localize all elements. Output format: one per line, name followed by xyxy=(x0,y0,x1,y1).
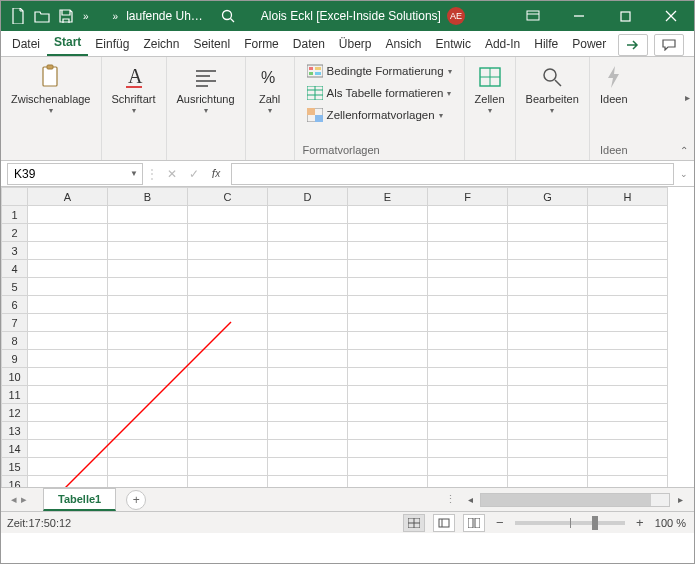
cell[interactable] xyxy=(348,440,428,458)
fx-icon[interactable]: fx xyxy=(205,163,227,185)
cell[interactable] xyxy=(588,278,668,296)
cell[interactable] xyxy=(428,440,508,458)
row-header[interactable]: 14 xyxy=(2,440,28,458)
cell[interactable] xyxy=(28,332,108,350)
cell[interactable] xyxy=(108,350,188,368)
cell[interactable] xyxy=(108,386,188,404)
cell[interactable] xyxy=(428,404,508,422)
cell[interactable] xyxy=(28,314,108,332)
cell[interactable] xyxy=(108,206,188,224)
view-page-break-icon[interactable] xyxy=(463,514,485,532)
row-header[interactable]: 9 xyxy=(2,350,28,368)
column-header[interactable]: E xyxy=(348,188,428,206)
tab-review[interactable]: Überp xyxy=(332,32,379,56)
cell[interactable] xyxy=(188,206,268,224)
column-header[interactable]: H xyxy=(588,188,668,206)
cell[interactable] xyxy=(348,386,428,404)
row-header[interactable]: 8 xyxy=(2,332,28,350)
cell[interactable] xyxy=(588,314,668,332)
cell[interactable] xyxy=(268,422,348,440)
cell[interactable] xyxy=(188,368,268,386)
cell[interactable] xyxy=(268,368,348,386)
cell[interactable] xyxy=(108,242,188,260)
cell[interactable] xyxy=(28,386,108,404)
cell[interactable] xyxy=(428,314,508,332)
cell[interactable] xyxy=(108,368,188,386)
cell[interactable] xyxy=(508,404,588,422)
cell[interactable] xyxy=(188,458,268,476)
cell[interactable] xyxy=(348,206,428,224)
name-box[interactable]: K39 ▼ xyxy=(7,163,143,185)
chevron-down-icon[interactable]: ▼ xyxy=(130,169,138,178)
row-header[interactable]: 13 xyxy=(2,422,28,440)
cell[interactable] xyxy=(508,242,588,260)
tab-split-handle[interactable]: ⋮ xyxy=(445,493,456,506)
cell[interactable] xyxy=(428,422,508,440)
cell[interactable] xyxy=(428,260,508,278)
spreadsheet-grid[interactable]: ABCDEFGH12345678910111213141516 xyxy=(1,187,694,487)
cell[interactable] xyxy=(268,386,348,404)
cell[interactable] xyxy=(588,242,668,260)
cell[interactable] xyxy=(348,224,428,242)
view-page-layout-icon[interactable] xyxy=(433,514,455,532)
cell[interactable] xyxy=(348,368,428,386)
row-header[interactable]: 11 xyxy=(2,386,28,404)
cell[interactable] xyxy=(268,206,348,224)
cell[interactable] xyxy=(508,206,588,224)
horizontal-scrollbar[interactable] xyxy=(480,493,670,507)
cell[interactable] xyxy=(588,368,668,386)
cell[interactable] xyxy=(588,422,668,440)
cell[interactable] xyxy=(188,260,268,278)
tab-insert[interactable]: Einfüg xyxy=(88,32,136,56)
cell[interactable] xyxy=(588,458,668,476)
share-button[interactable] xyxy=(618,34,648,56)
column-header[interactable]: D xyxy=(268,188,348,206)
cell[interactable] xyxy=(28,260,108,278)
add-sheet-button[interactable]: + xyxy=(126,490,146,510)
cell[interactable] xyxy=(348,260,428,278)
cell[interactable] xyxy=(268,404,348,422)
column-header[interactable]: G xyxy=(508,188,588,206)
cell[interactable] xyxy=(588,296,668,314)
cell[interactable] xyxy=(588,206,668,224)
cell[interactable] xyxy=(428,278,508,296)
zoom-level[interactable]: 100 % xyxy=(655,517,686,529)
row-header[interactable]: 7 xyxy=(2,314,28,332)
cell[interactable] xyxy=(588,332,668,350)
cell[interactable] xyxy=(188,242,268,260)
minimize-icon[interactable] xyxy=(556,1,602,31)
cell[interactable] xyxy=(268,458,348,476)
cell[interactable] xyxy=(28,224,108,242)
tab-formulas[interactable]: Forme xyxy=(237,32,286,56)
cell[interactable] xyxy=(28,458,108,476)
cell[interactable] xyxy=(508,440,588,458)
select-all-corner[interactable] xyxy=(2,188,28,206)
alignment-button[interactable]: Ausrichtung▾ xyxy=(175,61,237,118)
cell[interactable] xyxy=(508,314,588,332)
tab-draw[interactable]: Zeichn xyxy=(136,32,186,56)
open-file-icon[interactable] xyxy=(31,5,53,27)
row-header[interactable]: 2 xyxy=(2,224,28,242)
cell[interactable] xyxy=(348,242,428,260)
cell[interactable] xyxy=(428,206,508,224)
row-header[interactable]: 12 xyxy=(2,404,28,422)
column-header[interactable]: A xyxy=(28,188,108,206)
tab-addins[interactable]: Add-In xyxy=(478,32,527,56)
cell[interactable] xyxy=(28,368,108,386)
cell[interactable] xyxy=(268,242,348,260)
row-header[interactable]: 15 xyxy=(2,458,28,476)
tab-view[interactable]: Ansich xyxy=(379,32,429,56)
cell[interactable] xyxy=(428,458,508,476)
conditional-formatting-button[interactable]: Bedingte Formatierung ▾ xyxy=(303,61,456,81)
cell[interactable] xyxy=(108,458,188,476)
cell[interactable] xyxy=(108,296,188,314)
cell[interactable] xyxy=(268,332,348,350)
cell[interactable] xyxy=(428,224,508,242)
cell[interactable] xyxy=(348,404,428,422)
comments-button[interactable] xyxy=(654,34,684,56)
cell[interactable] xyxy=(428,242,508,260)
cell[interactable] xyxy=(348,332,428,350)
cell[interactable] xyxy=(188,278,268,296)
formula-input[interactable] xyxy=(231,163,674,185)
cell[interactable] xyxy=(588,260,668,278)
